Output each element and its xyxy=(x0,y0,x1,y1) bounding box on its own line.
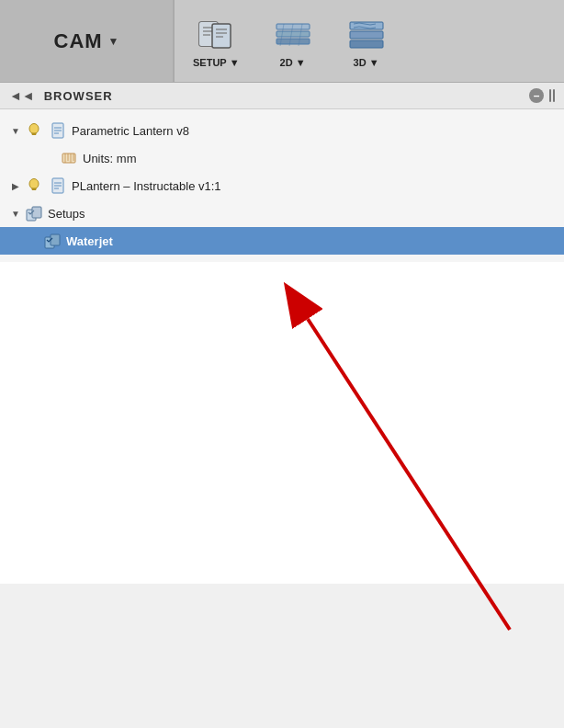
annotation-arrow xyxy=(0,262,564,657)
browser-grip-handle[interactable] xyxy=(549,89,555,102)
toolbar: CAM ▼ SETUP ▼ xyxy=(0,0,564,83)
tree-item-setups[interactable]: ▼ Setups xyxy=(0,199,564,227)
3d-label: 3D ▼ xyxy=(354,57,379,68)
svg-rect-5 xyxy=(212,24,231,48)
tree-item-label: Units: mm xyxy=(83,152,137,165)
2d-icon xyxy=(273,15,313,55)
svg-point-30 xyxy=(29,179,39,189)
units-icon xyxy=(59,148,79,168)
cam-dropdown-icon: ▼ xyxy=(108,35,119,48)
setup-label: SETUP ▼ xyxy=(193,57,240,68)
2d-label: 2D ▼ xyxy=(280,57,306,68)
tree-item-label: Setups xyxy=(48,207,85,221)
browser-controls: – xyxy=(529,88,555,103)
collapse-icon: ▼ xyxy=(7,205,24,222)
svg-point-18 xyxy=(29,124,39,134)
tree-container: ▼ Parametric Lantern v8 xyxy=(0,109,564,262)
main-content xyxy=(0,262,564,584)
svg-rect-38 xyxy=(32,207,41,218)
tree-item-label: Waterjet xyxy=(66,234,113,248)
setup-button[interactable]: SETUP ▼ xyxy=(184,9,249,74)
cam-menu[interactable]: CAM ▼ xyxy=(0,0,175,82)
svg-line-42 xyxy=(308,319,510,630)
2d-button[interactable]: 2D ▼ xyxy=(264,9,322,74)
browser-header: ◄◄ BROWSER – xyxy=(0,83,564,109)
expand-icon: ▶ xyxy=(7,177,24,194)
toolbar-buttons: SETUP ▼ 2D ▼ xyxy=(175,0,405,82)
tree-item-parametric-lantern[interactable]: ▼ Parametric Lantern v8 xyxy=(0,117,564,144)
tree-item-waterjet[interactable]: Waterjet xyxy=(0,227,564,255)
document-icon xyxy=(48,120,68,141)
tree-item-units[interactable]: Units: mm xyxy=(0,144,564,172)
collapse-icon: ▼ xyxy=(7,122,24,139)
svg-rect-40 xyxy=(51,234,60,245)
3d-button[interactable]: 3D ▼ xyxy=(337,9,396,74)
tree-item-plantern[interactable]: ▶ PLantern – Instructable v1:1 xyxy=(0,172,564,199)
svg-rect-16 xyxy=(350,31,383,39)
setup-icon xyxy=(24,203,44,223)
3d-icon xyxy=(346,15,387,55)
waterjet-setup-icon xyxy=(42,231,62,251)
document-icon xyxy=(48,176,68,196)
svg-rect-10 xyxy=(276,31,310,37)
browser-title: BROWSER xyxy=(44,89,529,103)
svg-rect-17 xyxy=(350,40,383,48)
bulb-icon xyxy=(24,176,44,196)
tree-item-label: PLantern – Instructable v1:1 xyxy=(72,179,221,193)
tree-item-label: Parametric Lantern v8 xyxy=(72,124,189,138)
tree-spacer xyxy=(42,150,59,166)
cam-label: CAM xyxy=(54,29,103,53)
setup-icon xyxy=(196,15,236,55)
bulb-icon xyxy=(24,120,44,141)
browser-back-arrows[interactable]: ◄◄ xyxy=(9,88,35,103)
browser-minimize-button[interactable]: – xyxy=(529,88,544,103)
